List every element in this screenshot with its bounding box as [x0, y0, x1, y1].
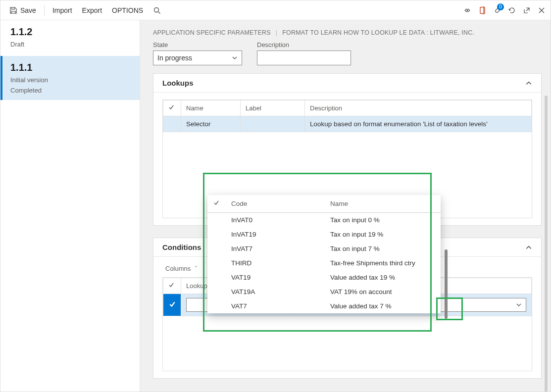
- dd-item-check[interactable]: [207, 227, 225, 242]
- breadcrumb-left[interactable]: APPLICATION SPECIFIC PARAMETERS: [153, 29, 271, 36]
- row-check[interactable]: [163, 116, 181, 132]
- dropdown-item[interactable]: InVAT7Tax on input 7 %: [207, 242, 441, 256]
- lookups-header[interactable]: Lookups: [153, 74, 541, 93]
- dropdown-item[interactable]: THIRDTax-free Shipments third ctry: [207, 256, 441, 270]
- dd-item-name: VAT 19% on account: [324, 285, 441, 299]
- popout-icon[interactable]: [523, 6, 531, 14]
- dd-item-name: Value added tax 19 %: [324, 270, 441, 285]
- row-label: [241, 116, 305, 132]
- search-icon: [153, 6, 161, 14]
- options-button[interactable]: OPTIONS: [108, 4, 147, 16]
- dd-item-code: VAT7: [225, 299, 324, 313]
- version-nav: 1.1.2 Draft 1.1.1 Initial version Comple…: [0, 20, 140, 392]
- conditions-title: Conditions: [162, 243, 201, 251]
- row-check[interactable]: [163, 294, 181, 316]
- nav-title: 1.1.1: [10, 62, 132, 73]
- dd-item-code: VAT19: [225, 270, 324, 285]
- dropdown-item[interactable]: VAT19AVAT 19% on account: [207, 285, 441, 299]
- check-header[interactable]: [163, 100, 181, 116]
- chevron-down-icon: [516, 302, 522, 308]
- command-bar: Save Import Export OPTIONS 0: [0, 0, 551, 20]
- lookups-table: Name Label Description Selector: [163, 100, 532, 132]
- breadcrumb-separator: |: [276, 29, 277, 36]
- row-name: Selector: [181, 116, 241, 132]
- chevron-down-icon: ˅: [195, 265, 198, 272]
- dd-item-check[interactable]: [207, 242, 225, 256]
- dd-item-name: Value added tax 7 %: [324, 299, 441, 313]
- dd-item-check[interactable]: [207, 285, 225, 299]
- dd-item-code: VAT19A: [225, 285, 324, 299]
- dd-item-name: Tax-free Shipments third ctry: [324, 256, 441, 270]
- dd-item-code: InVAT0: [225, 213, 324, 228]
- state-field: State In progress: [153, 41, 242, 65]
- close-icon[interactable]: [538, 6, 546, 14]
- options-label: OPTIONS: [112, 6, 143, 14]
- nav-sub: Draft: [10, 41, 132, 48]
- export-button[interactable]: Export: [78, 4, 106, 16]
- refresh-icon[interactable]: [508, 6, 516, 14]
- separator: [44, 5, 45, 16]
- nav-item-1-1-1[interactable]: 1.1.1 Initial version Completed: [0, 56, 140, 100]
- row-desc: Lookup based on format enumeration 'List…: [305, 116, 532, 132]
- col-desc[interactable]: Description: [305, 100, 532, 116]
- nav-sub: Initial version: [10, 76, 132, 84]
- scrollbar[interactable]: [545, 96, 548, 392]
- attachments-badge: 0: [497, 3, 504, 10]
- description-input[interactable]: [257, 50, 351, 65]
- dropdown-item[interactable]: InVAT0Tax on input 0 %: [207, 213, 441, 228]
- dd-item-code: InVAT19: [225, 227, 324, 242]
- dd-item-name: Tax on input 0 %: [324, 213, 441, 228]
- col-label[interactable]: Label: [241, 100, 305, 116]
- checkmark-icon: [169, 301, 176, 308]
- dd-item-code: InVAT7: [225, 242, 324, 256]
- nav-item-1-1-2[interactable]: 1.1.2 Draft: [0, 20, 140, 56]
- check-header[interactable]: [163, 278, 181, 294]
- dd-item-code: THIRD: [225, 256, 324, 270]
- nav-title: 1.1.2: [10, 26, 132, 38]
- search-button[interactable]: [149, 4, 165, 16]
- dd-item-name: Tax on input 7 %: [324, 242, 441, 256]
- save-label: Save: [20, 6, 36, 14]
- chevron-down-icon: [232, 55, 238, 61]
- lookups-title: Lookups: [162, 79, 194, 87]
- dd-check-header[interactable]: [207, 195, 225, 213]
- description-field: Description: [257, 41, 351, 65]
- col-name[interactable]: Name: [181, 100, 241, 116]
- link-icon[interactable]: [463, 6, 471, 14]
- description-label: Description: [257, 41, 351, 49]
- save-icon: [9, 6, 17, 14]
- code-dropdown: Code Name InVAT0Tax on input 0 %InVAT19T…: [207, 195, 441, 313]
- save-button[interactable]: Save: [5, 4, 40, 16]
- import-label: Import: [52, 6, 72, 14]
- nav-sub: Completed: [10, 87, 132, 94]
- checkmark-icon: [168, 282, 174, 288]
- dd-item-check[interactable]: [207, 213, 225, 228]
- office-icon[interactable]: [478, 6, 486, 14]
- checkmark-icon: [213, 200, 219, 206]
- export-label: Export: [82, 6, 102, 14]
- dd-item-check[interactable]: [207, 270, 225, 285]
- dropdown-scrollbar[interactable]: [445, 249, 448, 319]
- dd-item-name: Tax on input 19 %: [324, 227, 441, 242]
- dd-item-check[interactable]: [207, 299, 225, 313]
- attachments-icon[interactable]: 0: [493, 6, 501, 14]
- import-button[interactable]: Import: [49, 4, 76, 16]
- dd-col-name[interactable]: Name: [324, 195, 441, 213]
- chevron-up-icon: [525, 80, 532, 87]
- dropdown-item[interactable]: VAT7Value added tax 7 %: [207, 299, 441, 313]
- lookups-row[interactable]: Selector Lookup based on format enumerat…: [163, 116, 532, 132]
- state-label: State: [153, 41, 242, 49]
- state-select[interactable]: In progress: [153, 50, 242, 65]
- svg-line-1: [158, 12, 160, 14]
- dd-col-code[interactable]: Code: [225, 195, 324, 213]
- dropdown-item[interactable]: VAT19Value added tax 19 %: [207, 270, 441, 285]
- state-value: In progress: [157, 54, 192, 62]
- breadcrumb-right: FORMAT TO LEARN HOW TO LOOKUP LE DATA : …: [282, 29, 474, 36]
- svg-point-0: [154, 7, 159, 12]
- dropdown-item[interactable]: InVAT19Tax on input 19 %: [207, 227, 441, 242]
- dd-item-check[interactable]: [207, 256, 225, 270]
- chevron-up-icon: [525, 244, 532, 251]
- checkmark-icon: [168, 104, 174, 110]
- breadcrumb: APPLICATION SPECIFIC PARAMETERS | FORMAT…: [153, 29, 538, 36]
